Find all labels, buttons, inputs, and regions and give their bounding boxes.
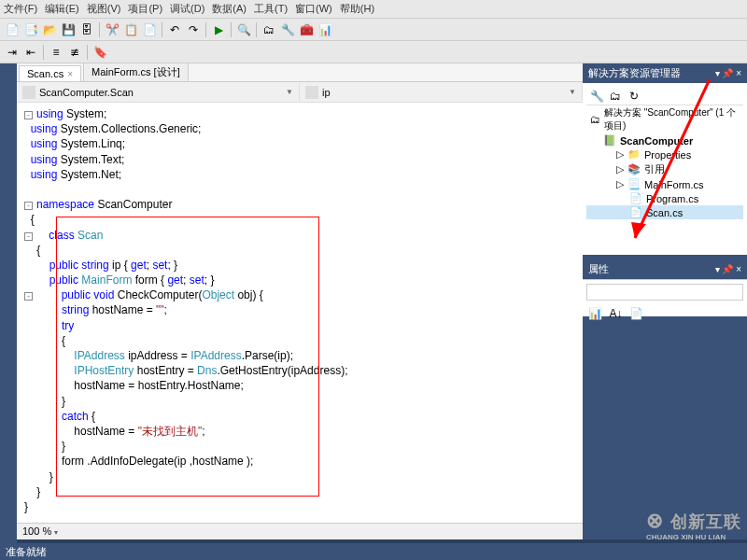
panel-title: 属性 bbox=[588, 262, 609, 276]
form-icon: 📃 bbox=[627, 178, 641, 190]
expand-icon[interactable]: ▷ bbox=[616, 163, 624, 175]
separator bbox=[231, 22, 232, 37]
properties-node[interactable]: ▷ 📁 Properties bbox=[586, 147, 743, 161]
editor-area: Scan.cs × MainForm.cs [设计] ScanComputer.… bbox=[17, 63, 583, 539]
refresh-icon[interactable]: ↻ bbox=[626, 88, 642, 105]
bookmark-icon[interactable]: 🔖 bbox=[92, 44, 108, 61]
csharp-project-icon: 📗 bbox=[603, 134, 616, 147]
member-name: ip bbox=[322, 87, 331, 98]
menu-bar: 文件(F) 编辑(E) 视图(V) 项目(P) 调试(D) 数据(A) 工具(T… bbox=[0, 0, 747, 19]
zoom-level[interactable]: 100 % bbox=[22, 525, 51, 537]
menu-view[interactable]: 视图(V) bbox=[87, 2, 121, 16]
properties-panel: 属性 ▾ 📌 × 📊 A↓ 📄 bbox=[583, 259, 747, 316]
solution-explorer-header[interactable]: 解决方案资源管理器 ▾ 📌 × bbox=[583, 63, 747, 83]
field-icon bbox=[305, 86, 318, 99]
outdent-icon[interactable]: ⇤ bbox=[22, 44, 39, 61]
cs-file-icon: 📄 bbox=[629, 206, 642, 218]
menu-edit[interactable]: 编辑(E) bbox=[45, 2, 79, 16]
member-selector[interactable]: ip ▼ bbox=[300, 84, 583, 101]
expand-icon[interactable]: ▷ bbox=[616, 178, 624, 190]
chevron-down-icon[interactable]: ▾ bbox=[54, 528, 58, 537]
properties-header[interactable]: 属性 ▾ 📌 × bbox=[583, 259, 747, 279]
open-icon[interactable]: 📂 bbox=[41, 21, 58, 38]
separator bbox=[99, 22, 100, 37]
references-icon: 📚 bbox=[627, 163, 641, 175]
tree-label: Properties bbox=[644, 149, 691, 161]
solution-icon: 🗂 bbox=[590, 114, 600, 125]
separator bbox=[43, 45, 44, 60]
references-node[interactable]: ▷ 📚 引用 bbox=[586, 161, 743, 177]
status-bar: 准备就绪 bbox=[0, 543, 747, 560]
type-selector[interactable]: ScanComputer.Scan ▼ bbox=[17, 84, 300, 101]
program-node[interactable]: 📄 Program.cs bbox=[586, 191, 743, 205]
menu-file[interactable]: 文件(F) bbox=[4, 2, 37, 16]
class-icon bbox=[22, 86, 35, 99]
tree-label: ScanComputer bbox=[620, 135, 693, 147]
chevron-down-icon: ▼ bbox=[286, 88, 293, 96]
solution-explorer-body: 🔧 🗂 ↻ 🗂 解决方案 "ScanComputer" (1 个项目) 📗 Sc… bbox=[583, 83, 747, 255]
add-item-icon[interactable]: 📑 bbox=[22, 21, 39, 38]
pin-icon[interactable]: ▾ 📌 × bbox=[715, 68, 741, 78]
menu-tools[interactable]: 工具(T) bbox=[254, 2, 288, 16]
separator bbox=[256, 22, 257, 37]
toolbar-text: ⇥ ⇤ ≡ ≢ 🔖 bbox=[0, 41, 747, 63]
object-selector[interactable] bbox=[586, 284, 743, 301]
undo-icon[interactable]: ↶ bbox=[166, 21, 183, 38]
tree-label: Scan.cs bbox=[646, 207, 683, 218]
chevron-down-icon: ▼ bbox=[569, 88, 576, 96]
separator bbox=[87, 45, 88, 60]
left-dock-rail[interactable] bbox=[0, 63, 17, 558]
tree-label: 解决方案 "ScanComputer" (1 个项目) bbox=[604, 106, 743, 133]
solution-toolbar: 🔧 🗂 ↻ bbox=[586, 87, 743, 105]
project-node[interactable]: 📗 ScanComputer bbox=[586, 133, 743, 147]
solution-root[interactable]: 🗂 解决方案 "ScanComputer" (1 个项目) bbox=[586, 105, 743, 133]
menu-window[interactable]: 窗口(W) bbox=[295, 2, 332, 16]
code-editor[interactable]: -using System; using System.Collections.… bbox=[17, 103, 583, 519]
menu-project[interactable]: 项目(P) bbox=[128, 2, 162, 16]
paste-icon[interactable]: 📄 bbox=[141, 21, 158, 38]
properties-body: 📊 A↓ 📄 bbox=[583, 279, 747, 316]
show-all-icon[interactable]: 🗂 bbox=[607, 88, 624, 105]
zoom-bar: 100 % ▾ bbox=[17, 523, 583, 539]
indent-icon[interactable]: ⇥ bbox=[4, 44, 21, 61]
copy-icon[interactable]: 📋 bbox=[122, 21, 139, 38]
class-view-icon[interactable]: 📊 bbox=[317, 21, 333, 38]
comment-icon[interactable]: ≡ bbox=[48, 44, 64, 61]
find-icon[interactable]: 🔍 bbox=[235, 21, 252, 38]
separator bbox=[162, 22, 162, 37]
save-icon[interactable]: 💾 bbox=[60, 21, 77, 38]
menu-data[interactable]: 数据(A) bbox=[212, 2, 247, 16]
alphabetical-icon[interactable]: A↓ bbox=[607, 305, 624, 322]
mainform-node[interactable]: ▷ 📃 MainForm.cs bbox=[586, 177, 743, 191]
menu-debug[interactable]: 调试(D) bbox=[170, 2, 204, 16]
toolbar-main: 📄 📑 📂 💾 🗄 ✂️ 📋 📄 ↶ ↷ ▶ 🔍 🗂 🔧 🧰 📊 bbox=[0, 19, 747, 41]
redo-icon[interactable]: ↷ bbox=[185, 21, 202, 38]
tab-mainform-designer[interactable]: MainForm.cs [设计] bbox=[83, 63, 189, 81]
tab-label: MainForm.cs [设计] bbox=[92, 65, 180, 79]
tab-scan-cs[interactable]: Scan.cs × bbox=[19, 65, 81, 81]
cut-icon[interactable]: ✂️ bbox=[104, 21, 120, 38]
tree-label: MainForm.cs bbox=[644, 179, 704, 190]
pin-icon[interactable]: ▾ 📌 × bbox=[715, 264, 741, 274]
code-nav-bar: ScanComputer.Scan ▼ ip ▼ bbox=[17, 82, 583, 103]
toolbox-icon[interactable]: 🧰 bbox=[298, 21, 315, 38]
close-icon[interactable]: × bbox=[67, 69, 73, 79]
right-dock: 解决方案资源管理器 ▾ 📌 × 🔧 🗂 ↻ 🗂 解决方案 "ScanComput… bbox=[583, 63, 747, 539]
uncomment-icon[interactable]: ≢ bbox=[66, 44, 83, 61]
solution-explorer-icon[interactable]: 🗂 bbox=[261, 21, 277, 38]
new-project-icon[interactable]: 📄 bbox=[4, 21, 21, 38]
tree-label: Program.cs bbox=[646, 193, 698, 204]
menu-help[interactable]: 帮助(H) bbox=[340, 2, 374, 16]
properties-icon[interactable]: 🔧 bbox=[588, 88, 605, 105]
expand-icon[interactable]: ▷ bbox=[616, 148, 624, 161]
save-all-icon[interactable]: 🗄 bbox=[78, 21, 95, 38]
separator bbox=[205, 22, 206, 37]
properties-icon[interactable]: 🔧 bbox=[279, 21, 296, 38]
start-debug-icon[interactable]: ▶ bbox=[210, 21, 227, 38]
property-pages-icon[interactable]: 📄 bbox=[628, 305, 645, 322]
categorized-icon[interactable]: 📊 bbox=[586, 305, 603, 322]
cs-file-icon: 📄 bbox=[629, 192, 642, 204]
folder-icon: 📁 bbox=[627, 148, 641, 161]
panel-title: 解决方案资源管理器 bbox=[588, 66, 681, 80]
scan-node[interactable]: 📄 Scan.cs bbox=[586, 205, 743, 219]
